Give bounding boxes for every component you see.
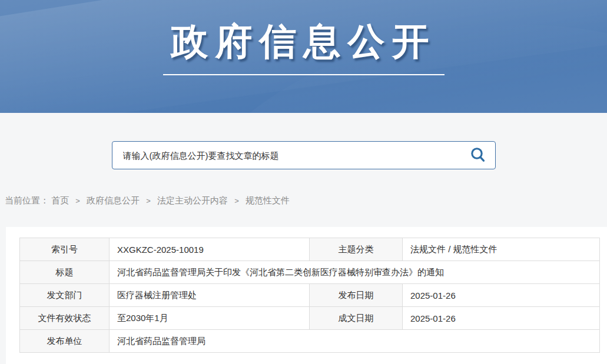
table-row: 发布单位 河北省药品监督管理局 (20, 330, 600, 353)
search-button[interactable] (467, 144, 489, 166)
value-validity-status: 至2030年1月 (110, 307, 310, 330)
breadcrumb-item-info-disclosure[interactable]: 政府信息公开 (87, 195, 140, 205)
label-publish-date: 发布日期 (310, 284, 403, 307)
value-publish-unit: 河北省药品监督管理局 (110, 330, 600, 353)
label-written-date: 成文日期 (310, 307, 403, 330)
search-box (112, 141, 496, 169)
document-info-table: 索引号 XXGKZC-2025-10019 主题分类 法规文件 / 规范性文件 … (19, 238, 600, 353)
label-issuing-dept: 发文部门 (20, 284, 110, 307)
magnifier-icon (469, 146, 487, 165)
breadcrumb-separator: > (75, 196, 80, 205)
value-publish-date: 2025-01-26 (403, 284, 600, 307)
label-index-no: 索引号 (20, 238, 110, 261)
value-issuing-dept: 医疗器械注册管理处 (110, 284, 310, 307)
breadcrumb-separator: > (146, 196, 151, 205)
label-topic-class: 主题分类 (310, 238, 403, 261)
breadcrumb-item-normative-documents: 规范性文件 (246, 195, 290, 205)
breadcrumb-item-home[interactable]: 首页 (51, 195, 69, 205)
breadcrumb-separator: > (234, 196, 239, 205)
label-title: 标题 (20, 261, 110, 284)
table-row: 文件有效状态 至2030年1月 成文日期 2025-01-26 (20, 307, 600, 330)
table-row: 标题 河北省药品监督管理局关于印发《河北省第二类创新医疗器械特别审查办法》的通知 (20, 261, 600, 284)
label-publish-unit: 发布单位 (20, 330, 110, 353)
breadcrumb-prefix: 当前位置： (5, 195, 49, 205)
value-index-no: XXGKZC-2025-10019 (110, 238, 310, 261)
breadcrumb: 当前位置： 首页 > 政府信息公开 > 法定主动公开内容 > 规范性文件 (0, 195, 607, 206)
breadcrumb-item-statutory-content[interactable]: 法定主动公开内容 (157, 195, 228, 205)
table-row: 索引号 XXGKZC-2025-10019 主题分类 法规文件 / 规范性文件 (20, 238, 600, 261)
content-panel: 索引号 XXGKZC-2025-10019 主题分类 法规文件 / 规范性文件 … (6, 227, 607, 364)
search-input[interactable] (112, 142, 495, 169)
page-banner: 政府信息公开 (0, 0, 607, 113)
table-row: 发文部门 医疗器械注册管理处 发布日期 2025-01-26 (20, 284, 600, 307)
label-validity-status: 文件有效状态 (20, 307, 110, 330)
banner-underline (163, 74, 445, 75)
search-section (0, 113, 607, 169)
page-title: 政府信息公开 (0, 16, 607, 67)
value-written-date: 2025-01-26 (403, 307, 600, 330)
value-topic-class: 法规文件 / 规范性文件 (403, 238, 600, 261)
value-title: 河北省药品监督管理局关于印发《河北省第二类创新医疗器械特别审查办法》的通知 (110, 261, 600, 284)
